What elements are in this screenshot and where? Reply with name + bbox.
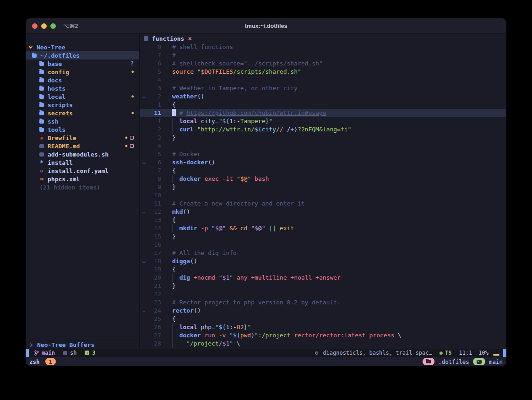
line-content: # shell functions (161, 43, 233, 51)
tmux-path-badge (423, 358, 434, 365)
code-line[interactable]: 4 (140, 76, 506, 84)
code-line[interactable]: 11# Create a new directory and enter it (140, 200, 506, 208)
code-line[interactable]: 1{ (140, 101, 506, 109)
code-line[interactable]: 13{ (140, 216, 506, 224)
fold-chevron-icon[interactable] (142, 161, 145, 164)
tab-functions[interactable]: functions × (144, 35, 192, 42)
tree-item-config[interactable]: config● (26, 68, 139, 76)
code-line[interactable]: 3# Weather in Tampere, or other city (140, 84, 506, 92)
indent-guide (172, 340, 179, 348)
folder-icon (39, 62, 44, 66)
line-number: 8 (147, 175, 161, 183)
folder-icon (39, 128, 44, 132)
tree-item--21-hidden-items-[interactable]: (21 hidden items) (26, 183, 139, 191)
tree-item-docs[interactable]: docs (26, 76, 139, 84)
code-line[interactable]: 19{ (140, 265, 506, 274)
code-line[interactable]: 10 (140, 191, 506, 200)
code-line[interactable]: 12mkd() (140, 208, 506, 216)
tree-item-base[interactable]: base? (26, 59, 139, 68)
tree-item-scripts[interactable]: scripts (26, 101, 139, 109)
close-tab-icon[interactable]: × (188, 35, 191, 42)
code-line[interactable]: 1local city="${1:-Tampere}" (140, 117, 506, 125)
indent-guide (172, 274, 179, 282)
code-line[interactable]: 26local php="${1:-82}" (140, 323, 506, 331)
cursor-block (172, 109, 176, 116)
line-content: } (161, 183, 176, 191)
treesitter-segment: ◉ TS (440, 350, 452, 356)
scrollbar-thumb[interactable] (503, 349, 506, 357)
code-line[interactable]: 17# All the dig info (140, 249, 506, 257)
code-line[interactable]: 3} (140, 134, 506, 142)
indent-guide (172, 125, 179, 134)
code-line[interactable]: 7# (140, 51, 506, 59)
line-number: 21 (147, 282, 161, 290)
code-line[interactable]: 14mkdir -p "$@" && cd "$@" || exit (140, 224, 506, 232)
editor-panel: functions × 8# shell functions7#6# shell… (140, 34, 506, 349)
code-line[interactable]: 22 (140, 290, 506, 298)
code-line[interactable]: 6ssh-docker() (140, 158, 506, 167)
tree-item-hosts[interactable]: hosts (26, 84, 139, 92)
file-icon (144, 36, 148, 41)
code-line[interactable]: 15} (140, 232, 506, 241)
code-line[interactable]: 2weather() (140, 92, 506, 101)
neo-tree-buffers-section[interactable]: Neo-Tree Buffers (26, 341, 139, 349)
tree-item-secrets[interactable]: secrets● (26, 109, 139, 117)
line-content: docker exec -it "$@" bash (161, 175, 269, 183)
code-line[interactable]: 20dig +nocmd "$1" any +multiline +noall … (140, 274, 506, 282)
tree-item-label: tools (48, 126, 65, 133)
line-content: digga() (161, 257, 197, 265)
code-line[interactable]: 2curl "http://wttr.in/${city// /+}?2nFQM… (140, 125, 506, 134)
fold-chevron-icon[interactable] (142, 210, 145, 213)
tree-item-add-submodules.sh[interactable]: add-submodules.sh (26, 150, 139, 158)
code-line[interactable]: 21} (140, 282, 506, 290)
sidebar-spacer (26, 191, 139, 341)
line-number: 26 (147, 323, 161, 331)
tree-item-root[interactable]: ~/.dotfiles (26, 51, 139, 59)
badges: ? (130, 61, 134, 66)
tree-item-tools[interactable]: tools (26, 125, 139, 134)
code-line[interactable]: 9} (140, 183, 506, 191)
code-line[interactable]: 5source "$DOTFILES/scripts/shared.sh" (140, 68, 506, 76)
neo-tree-header[interactable]: Neo-Tree (26, 43, 139, 51)
code-line[interactable]: 7{ (140, 167, 506, 175)
fold-chevron-icon[interactable] (142, 95, 145, 98)
code-line[interactable]: 24rector() (140, 307, 506, 315)
tree-item-install[interactable]: *install (26, 158, 139, 167)
code-line[interactable]: 18digga() (140, 257, 506, 265)
code-line[interactable]: 16 (140, 241, 506, 249)
tmux-window-index-badge[interactable]: 1 (45, 358, 56, 365)
tree-item-readme.md[interactable]: README.md● (26, 142, 139, 150)
code-line[interactable]: 8# shell functions (140, 43, 506, 51)
fold-chevron-icon[interactable] (142, 309, 145, 312)
tree-item-ssh[interactable]: ssh (26, 117, 139, 125)
line-content: { (161, 315, 176, 323)
fold-chevron-icon[interactable] (142, 259, 145, 263)
modified-dot-badge: ● (131, 95, 134, 98)
tree-item-install.conf.yaml[interactable]: ⚙install.conf.yaml (26, 167, 139, 175)
code-line[interactable]: 28 "/project/$1" \ (140, 340, 506, 348)
code-line[interactable]: 6# shellcheck source="../scripts/shared.… (140, 59, 506, 68)
filetype-segment: sh (63, 350, 76, 356)
tmux-window-item[interactable]: zsh 1 (29, 358, 56, 365)
progress-bar (493, 354, 499, 356)
line-number: 2 (147, 92, 161, 101)
tree-item-phpcs.xml[interactable]: <>phpcs.xml (26, 175, 139, 183)
tree-item-label: (21 hidden items) (39, 184, 100, 191)
modified-dot-badge: ● (125, 136, 127, 140)
code-line[interactable]: 23# Rector project to php version 8.2 by… (140, 298, 506, 307)
code-area: 8# shell functions7#6# shellcheck source… (140, 43, 506, 349)
code-line[interactable]: 8docker exec -it "$@" bash (140, 175, 506, 183)
line-content: "/project/$1" \ (161, 340, 240, 348)
star-icon: * (39, 159, 44, 166)
tree-item-brewfile[interactable]: ◆Brewfile● (26, 134, 139, 142)
code-line[interactable]: 5# Docker (140, 150, 506, 158)
code-line[interactable]: 25{ (140, 315, 506, 323)
tree-item-label: install.conf.yaml (48, 168, 109, 174)
line-number: 23 (147, 298, 161, 307)
code-line[interactable]: 27docker run -v "$(pwd)":/project rector… (140, 331, 506, 340)
tab-label: functions (152, 35, 184, 42)
tree-item-local[interactable]: local● (26, 92, 139, 101)
gear-icon: ⚙ (39, 168, 44, 174)
code-line[interactable]: 4 (140, 142, 506, 150)
code-line-current[interactable]: 11 # https://github.com/chubin/wttr.in#u… (140, 109, 506, 117)
